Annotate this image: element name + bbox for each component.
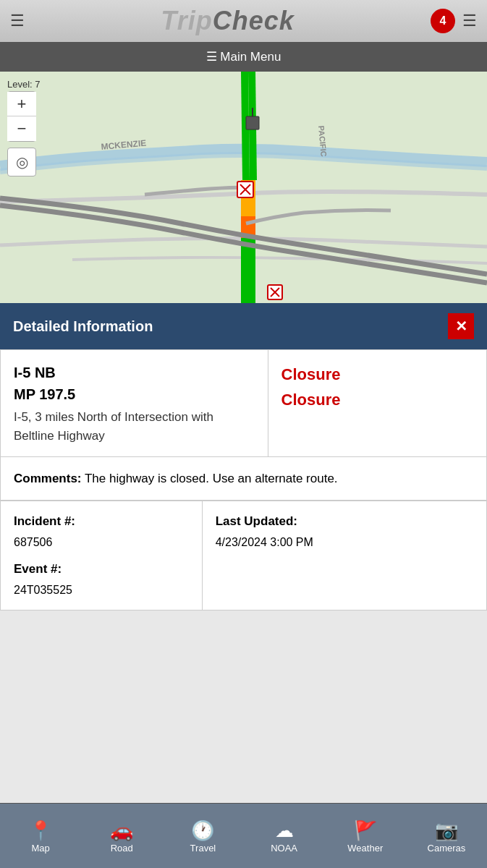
location-button[interactable]: ◎ <box>7 148 36 176</box>
header-hamburger-icon[interactable]: ☰ <box>10 12 25 30</box>
status-cell: Closure Closure <box>268 350 486 457</box>
info-table: I-5 NB MP 197.5 I-5, 3 miles North of In… <box>0 349 487 501</box>
title-check: Check <box>213 6 295 35</box>
header-right: 4 ☰ <box>431 9 477 33</box>
location-icon: ◎ <box>16 153 28 171</box>
road-nav-icon: 🚗 <box>110 821 133 840</box>
zoom-box: + − <box>7 91 36 142</box>
detail-panel-body: I-5 NB MP 197.5 I-5, 3 miles North of In… <box>0 349 487 610</box>
travel-nav-icon: 🕐 <box>191 821 214 840</box>
incident-label: Incident #: <box>14 511 189 532</box>
detail-panel-title: Detailed Information <box>13 318 153 335</box>
location-description: I-5, 3 miles North of Intersection with … <box>14 408 255 445</box>
comments-label: Comments: <box>14 472 82 485</box>
title-trip: Trip <box>161 6 212 35</box>
zoom-in-button[interactable]: + <box>7 92 36 116</box>
road-name: I-5 NB <box>14 362 255 383</box>
last-updated-value: 4/23/2024 3:00 PM <box>216 532 473 552</box>
map-controls: Level: 7 + − ◎ <box>7 79 41 176</box>
event-label: Event #: <box>14 559 189 580</box>
map-area[interactable]: MCKENZIE PACIFIC Level: 7 + − ◎ <box>0 72 487 303</box>
weather-nav-icon: 🚩 <box>354 821 377 840</box>
last-updated-label: Last Updated: <box>216 511 473 532</box>
status-line-1: Closure <box>281 362 473 387</box>
level-label: Level: 7 <box>7 79 41 90</box>
meta-row: Incident #: 687506 Event #: 24T035525 La… <box>1 501 487 610</box>
nav-item-map[interactable]: 📍 Map <box>0 804 81 868</box>
nav-item-travel[interactable]: 🕐 Travel <box>162 804 243 868</box>
event-value: 24T035525 <box>14 580 189 600</box>
main-menu-bar[interactable]: ☰ Main Menu <box>0 42 487 72</box>
last-updated-cell: Last Updated: 4/23/2024 3:00 PM <box>202 501 486 610</box>
status-line-2: Closure <box>281 387 473 412</box>
road-status-row: I-5 NB MP 197.5 I-5, 3 miles North of In… <box>1 350 487 457</box>
weather-nav-label: Weather <box>347 843 383 854</box>
close-detail-button[interactable]: ✕ <box>448 313 474 339</box>
travel-nav-label: Travel <box>190 843 216 854</box>
mp-label: MP 197.5 <box>14 383 255 405</box>
map-svg: MCKENZIE PACIFIC <box>0 72 487 303</box>
svg-rect-9 <box>246 116 259 129</box>
map-nav-label: Map <box>31 843 49 854</box>
app-header: ☰ TripCheck 4 ☰ <box>0 0 487 42</box>
road-nav-label: Road <box>111 843 133 854</box>
header-menu-icon[interactable]: ☰ <box>462 12 477 30</box>
noaa-nav-label: NOAA <box>271 843 297 854</box>
nav-item-weather[interactable]: 🚩 Weather <box>325 804 406 868</box>
zoom-out-button[interactable]: − <box>7 116 36 141</box>
map-nav-icon: 📍 <box>29 821 52 840</box>
incident-value: 687506 <box>14 532 189 552</box>
main-menu-label: ☰ Main Menu <box>206 49 281 64</box>
comments-text: The highway is closed. Use an alternate … <box>82 472 338 485</box>
location-cell: I-5 NB MP 197.5 I-5, 3 miles North of In… <box>1 350 268 457</box>
bottom-nav: 📍 Map 🚗 Road 🕐 Travel ☁ NOAA 🚩 Weather 📷… <box>0 803 487 868</box>
detail-panel-header: Detailed Information ✕ <box>0 303 487 349</box>
incident-cell: Incident #: 687506 Event #: 24T035525 <box>1 501 203 610</box>
nav-item-cameras[interactable]: 📷 Cameras <box>406 804 487 868</box>
cameras-nav-icon: 📷 <box>435 821 458 840</box>
nav-item-road[interactable]: 🚗 Road <box>81 804 162 868</box>
meta-table: Incident #: 687506 Event #: 24T035525 La… <box>0 501 487 610</box>
nav-item-noaa[interactable]: ☁ NOAA <box>244 804 325 868</box>
notification-badge[interactable]: 4 <box>431 9 455 33</box>
app-title: TripCheck <box>161 6 294 36</box>
comments-row: Comments: The highway is closed. Use an … <box>1 457 487 501</box>
comments-cell: Comments: The highway is closed. Use an … <box>1 457 487 501</box>
noaa-nav-icon: ☁ <box>275 821 294 840</box>
cameras-nav-label: Cameras <box>428 843 466 854</box>
